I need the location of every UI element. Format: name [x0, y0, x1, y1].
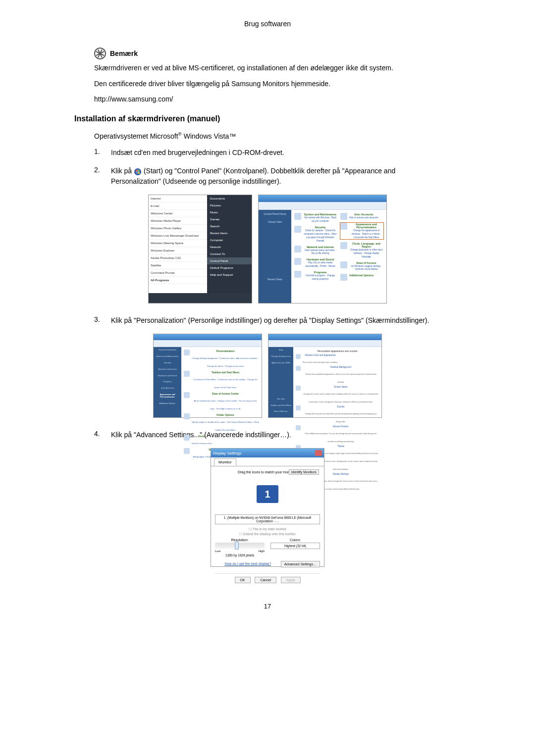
headline: Personalize appearance and sounds: [296, 350, 379, 353]
chk2-label: Extend the desktop onto this monitor: [243, 532, 296, 536]
cat-links: Add or remove user accounts: [349, 216, 378, 219]
page-number: 17: [94, 603, 441, 610]
svg-rect-3: [138, 170, 140, 172]
step-number: 1.: [94, 148, 103, 155]
cancel-button[interactable]: Cancel: [255, 577, 276, 583]
step-3: 3. Klik på "Personalization" (Personlige…: [94, 315, 441, 326]
cat-title: Security: [303, 226, 337, 229]
right-item-control-panel: Control Panel: [207, 257, 252, 264]
opt-desc: Choose from available backgrounds or col…: [305, 373, 376, 383]
cat-title: Programs: [303, 271, 337, 274]
steps-list: 1. Indsæt cd'en med brugervejledningen i…: [94, 148, 441, 187]
right-item: Computer: [207, 237, 252, 244]
step-number: 4.: [94, 430, 103, 438]
step-number: 3.: [94, 315, 103, 323]
opt-title: Screen Saver: [303, 386, 379, 388]
monitor-tab[interactable]: Monitor: [214, 458, 236, 466]
cat-links: Play CDs or other media automatically · …: [305, 261, 335, 267]
step-text: Klik på "Advanced Settings..." (Avancere…: [111, 430, 441, 440]
steps-list-cont2: 4. Klik på "Advanced Settings..." (Avanc…: [94, 430, 441, 440]
section-heading: Installation af skærmdriveren (manuel): [74, 114, 441, 123]
menu-item: Satellite: [149, 262, 208, 269]
extend-desktop-checkbox[interactable]: ☐ Extend the desktop onto this monitor: [215, 532, 320, 536]
cat-links: Check for updates · Check this computer'…: [304, 229, 336, 242]
monitor-preview[interactable]: 1: [257, 485, 278, 503]
menu-item: Adobe Photoshop CS2: [149, 254, 208, 262]
registered-mark: ®: [178, 131, 182, 137]
cat-links: Let Windows suggest settings · Optimize …: [351, 265, 381, 271]
os-mid: Windows Vista: [182, 132, 229, 140]
steps-list-cont: 3. Klik på "Personalization" (Personlige…: [94, 315, 441, 326]
identify-monitors-button[interactable]: Identify Monitors: [289, 469, 319, 475]
cat-title: Clock, Language, and Region: [349, 242, 383, 248]
dialog-title: Display Settings: [213, 451, 241, 455]
opt-desc: Pick a different mouse pointer. You can …: [305, 433, 377, 443]
svg-rect-4: [136, 172, 138, 174]
resolution-value: 1280 by 1024 pixels: [215, 554, 265, 557]
menu-item: Command Prompt: [149, 269, 208, 277]
itm-title: Ease of Access Center: [192, 392, 259, 395]
note-p2: Den certificerede driver bliver tilgænge…: [94, 79, 441, 89]
opt-title: Sounds: [303, 405, 379, 408]
note-section: Bemærk Skærmdriveren er ved at blive MS-…: [94, 48, 441, 104]
menu-item: Windows Meeting Space: [149, 240, 208, 247]
main-monitor-checkbox[interactable]: ☐ This is my main monitor: [215, 527, 320, 531]
itm-title: Taskbar and Start Menu: [192, 371, 259, 374]
opt-title: Mouse Pointers: [303, 425, 379, 428]
side-item: Classic View: [259, 218, 291, 226]
menu-item: Windows Media Player: [149, 217, 208, 225]
side-item: Programs: [154, 379, 181, 385]
close-icon[interactable]: [315, 450, 322, 456]
note-p3: http://www.samsung.com/: [94, 95, 441, 104]
trademark: ™: [229, 132, 236, 140]
right-item: Connect To: [207, 251, 252, 257]
side-item: System and Maintenance: [154, 353, 181, 360]
note-title: Bemærk: [110, 50, 138, 57]
advanced-settings-button[interactable]: Advanced Settings…: [281, 561, 320, 567]
right-item: Recent Items: [207, 230, 252, 237]
cat-links: View network status and tasks · Set up f…: [305, 249, 336, 255]
opt-desc: Fine tune the color and style of your wi…: [303, 361, 338, 363]
all-programs: All Programs: [149, 277, 208, 284]
start-orb-icon: [134, 168, 144, 176]
right-item: Search: [207, 223, 252, 230]
monitor-dropdown[interactable]: 1. (Multiple Monitors) on NVIDIA GeForce…: [215, 514, 320, 524]
cat-title: Ease of Access: [349, 261, 383, 264]
menu-item: Internet: [149, 195, 208, 202]
res-low: Low: [215, 550, 220, 553]
menu-item: Welcome Center: [149, 210, 208, 217]
step-number: 2.: [94, 166, 103, 174]
svg-rect-2: [136, 170, 138, 172]
os-line: Operativsystemet Microsoft® Windows Vist…: [94, 131, 441, 140]
cat-title: Additional Options: [349, 274, 374, 277]
svg-rect-5: [138, 172, 140, 174]
ok-button[interactable]: OK: [235, 577, 251, 583]
step2-post: (Start) og "Control Panel" (Kontrolpanel…: [111, 167, 395, 185]
help-link[interactable]: How do I get the best display?: [224, 562, 271, 565]
opt-desc: Change which sounds are heard when you d…: [305, 413, 376, 423]
note-p1: Skærmdriveren er ved at blive MS-certifi…: [94, 63, 441, 73]
itm-desc: Specify single- or double-click to open …: [192, 421, 259, 431]
apply-button[interactable]: Apply: [281, 577, 301, 583]
colors-dropdown[interactable]: Highest (32 bit): [270, 543, 320, 549]
see-item: Ease of Access: [268, 408, 293, 415]
side-item: Appearance and Personalization: [154, 392, 181, 401]
see-also: See also: [268, 396, 293, 403]
screenshot-appearance: Control Panel Home System and Maintenanc…: [153, 334, 262, 418]
note-icon: [94, 48, 106, 59]
cat-links: Uninstall a program · Change startup pro…: [306, 274, 335, 280]
colors-label: Colors:: [270, 538, 320, 542]
screenshot-display-settings: Display Settings Monitor Drag the icons …: [211, 448, 324, 567]
menu-item: Windows Explorer: [149, 247, 208, 254]
cat-links: Change keyboards or other input methods …: [350, 249, 383, 258]
resolution-slider[interactable]: [215, 543, 265, 549]
cat-title: System and Maintenance: [303, 213, 337, 216]
side-item: Control Panel Home: [259, 210, 291, 218]
menu-item: Windows Live Messenger Download: [149, 232, 208, 240]
cat-links: Change the appearance of windows · Switc…: [352, 229, 381, 239]
itm-title: Fonts: [192, 435, 212, 438]
page-header: Brug softwaren: [94, 20, 441, 28]
opt-title: Desktop Background: [303, 366, 379, 368]
screenshot-start-menu: Internet E-mail Welcome Center Windows M…: [148, 195, 252, 303]
cat-title: Hardware and Sound: [303, 258, 337, 261]
